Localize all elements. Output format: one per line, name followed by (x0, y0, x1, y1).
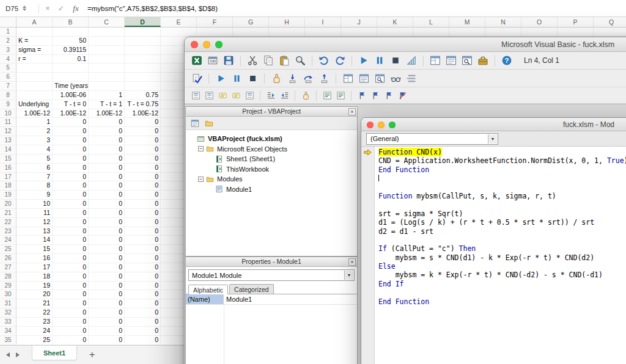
row-header-32[interactable]: 32 (0, 308, 17, 318)
cell-A5[interactable] (17, 64, 53, 73)
row-header-16[interactable]: 16 (0, 164, 17, 173)
cell-C29[interactable]: 0 (89, 282, 125, 291)
cell-D10[interactable]: 1.00E-12 (125, 109, 161, 118)
column-header-O[interactable]: O (521, 17, 558, 27)
cell-D32[interactable]: 0 (125, 308, 161, 318)
code-window-title-bar[interactable]: fuck.xlsm - Mod (361, 118, 626, 131)
tree-item-thisworkbook[interactable]: −ThisWorkbook (186, 164, 357, 175)
cell-D6[interactable] (125, 73, 161, 82)
row-header-1[interactable]: 1 (0, 27, 17, 37)
reset-icon[interactable] (245, 71, 260, 86)
indent-icon[interactable] (265, 89, 277, 101)
column-header-K[interactable]: K (377, 17, 413, 27)
cell-I1[interactable] (305, 27, 341, 37)
cell-D1[interactable] (125, 27, 161, 37)
cell-D4[interactable] (125, 55, 161, 64)
cell-C31[interactable]: 0 (89, 299, 125, 308)
row-header-8[interactable]: 8 (0, 91, 17, 100)
properties-panel-header[interactable]: Properties - Module1 × (186, 257, 357, 267)
row-header-20[interactable]: 20 (0, 200, 17, 209)
cell-A8[interactable] (17, 91, 53, 100)
cell-D24[interactable]: 0 (125, 236, 161, 245)
cell-C23[interactable]: 0 (89, 227, 125, 236)
cell-H1[interactable] (269, 27, 305, 37)
code-line[interactable]: End If (378, 280, 626, 288)
cell-A17[interactable]: 7 (17, 173, 53, 182)
code-line[interactable]: Function CND(x) (378, 148, 626, 156)
cell-B32[interactable]: 0 (53, 308, 89, 318)
row-header-5[interactable]: 5 (0, 64, 17, 73)
cell-B21[interactable]: 0 (53, 209, 89, 218)
cell-D14[interactable]: 0 (125, 145, 161, 155)
cell-D19[interactable]: 0 (125, 191, 161, 200)
cell-B26[interactable]: 0 (53, 254, 89, 263)
row-header-2[interactable]: 2 (0, 37, 17, 46)
column-header-F[interactable]: F (197, 17, 233, 27)
tree-item-vbaproject-fuck-xlsm[interactable]: −VBAProject (fuck.xlsm) (186, 134, 357, 144)
row-header-12[interactable]: 12 (0, 127, 17, 136)
run-icon[interactable] (356, 53, 371, 68)
toggle-breakpoint-icon[interactable] (269, 71, 284, 86)
property-name[interactable]: (Name) (186, 294, 224, 304)
redo-icon[interactable] (333, 53, 347, 68)
row-header-23[interactable]: 23 (0, 227, 17, 236)
help-icon[interactable]: ? (499, 53, 514, 68)
code-line[interactable]: End Function (378, 166, 626, 174)
code-line[interactable] (378, 183, 626, 192)
close-icon[interactable]: × (348, 258, 356, 266)
cell-D20[interactable]: 0 (125, 200, 161, 209)
select-all-corner[interactable] (0, 17, 17, 27)
cell-D33[interactable]: 0 (125, 318, 161, 327)
cell-A19[interactable]: 9 (17, 191, 53, 200)
column-header-N[interactable]: N (485, 17, 521, 27)
cell-B16[interactable]: 0 (53, 164, 89, 173)
row-header-29[interactable]: 29 (0, 282, 17, 291)
row-header-18[interactable]: 18 (0, 181, 17, 191)
column-header-Q[interactable]: Q (594, 17, 626, 27)
cell-D5[interactable] (125, 64, 161, 73)
cell-B34[interactable]: 0 (53, 327, 89, 336)
close-icon[interactable]: × (348, 108, 356, 115)
row-header-4[interactable]: 4 (0, 55, 17, 64)
column-header-B[interactable]: B (53, 17, 89, 27)
compile-icon[interactable] (190, 71, 204, 86)
cell-D2[interactable] (125, 37, 161, 46)
cell-D23[interactable]: 0 (125, 227, 161, 236)
step-out-icon[interactable] (317, 71, 331, 86)
cell-B27[interactable]: 0 (53, 263, 89, 272)
cell-A30[interactable]: 20 (17, 290, 53, 299)
cell-B14[interactable]: 0 (53, 145, 89, 155)
cell-A11[interactable]: 1 (17, 118, 53, 127)
cell-C22[interactable]: 0 (89, 218, 125, 227)
list-constants-icon[interactable] (203, 89, 215, 101)
cell-A14[interactable]: 4 (17, 145, 53, 155)
row-header-31[interactable]: 31 (0, 299, 17, 308)
code-line[interactable]: Function mybsm(CallPut, s, k, sigma, r, … (378, 192, 626, 200)
row-header-28[interactable]: 28 (0, 272, 17, 282)
minimize-button[interactable] (203, 41, 210, 48)
sheet-tab-sheet1[interactable]: Sheet1 (32, 346, 77, 360)
cell-C20[interactable]: 0 (89, 200, 125, 209)
cell-B4[interactable]: 0.1 (53, 55, 89, 64)
cell-B35[interactable]: 0 (53, 336, 89, 345)
cell-B23[interactable]: 0 (53, 227, 89, 236)
cell-C35[interactable]: 0 (89, 336, 125, 345)
code-text[interactable]: Function CND(x)CND = Application.Workshe… (375, 147, 626, 364)
row-header-34[interactable]: 34 (0, 327, 17, 336)
add-sheet-button[interactable]: + (89, 349, 95, 360)
run-icon[interactable] (213, 71, 228, 86)
code-margin[interactable] (361, 147, 375, 364)
toggle-bookmark-icon[interactable] (356, 89, 368, 101)
cell-D12[interactable]: 0 (125, 127, 161, 136)
locals-window-icon[interactable] (341, 71, 355, 86)
row-header-30[interactable]: 30 (0, 290, 17, 299)
row-header-25[interactable]: 25 (0, 245, 17, 254)
cell-A2[interactable]: K = (17, 37, 53, 46)
minimize-button[interactable] (378, 122, 385, 128)
code-line[interactable]: mybsm = k * Exp(-r * t) * CND(-d2) - s *… (378, 271, 626, 279)
vbe-title-bar[interactable]: Microsoft Visual Basic - fuck.xlsm (185, 37, 626, 52)
toggle-breakpoint-icon[interactable] (300, 89, 312, 101)
cell-D9[interactable]: T - t = 0.75 (125, 100, 161, 109)
reset-icon[interactable] (388, 53, 403, 68)
break-icon[interactable] (372, 53, 387, 68)
